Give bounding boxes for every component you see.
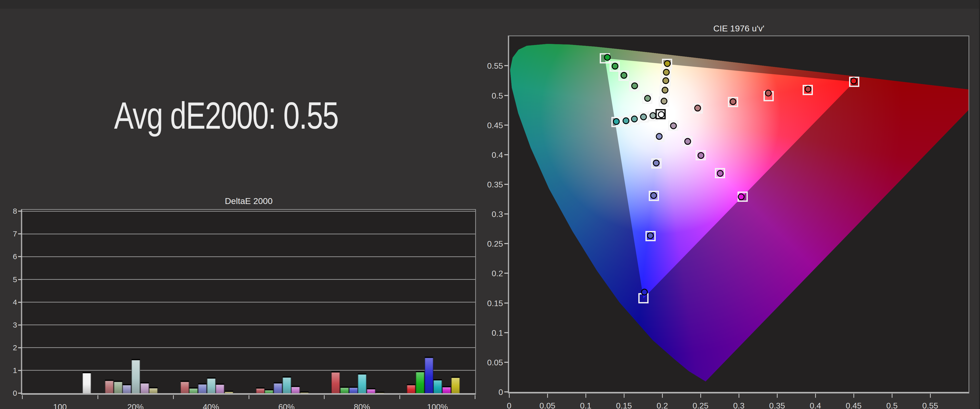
bar-chart-title: DeltaE 2000 xyxy=(22,196,475,206)
bar-red xyxy=(180,381,189,393)
cie-measured-dot-yellow-80% xyxy=(663,70,669,75)
bar-red xyxy=(256,387,265,393)
cie-x-tick-label: 0.55 xyxy=(915,402,945,409)
bar-yellow xyxy=(149,387,158,393)
cie-measured-dot-blue-80% xyxy=(648,232,653,239)
bar-yellow xyxy=(375,391,384,393)
bar-y-tick-label: 8 xyxy=(4,207,17,215)
cie-y-tick xyxy=(504,184,508,185)
bar-magenta xyxy=(367,388,375,393)
cie-x-tick-label: 0.45 xyxy=(838,402,869,409)
bar-y-tick-label: 0 xyxy=(4,389,17,397)
cie-measured-dot-cyan-40% xyxy=(641,114,646,120)
cie-measured-dot-green-40% xyxy=(632,83,638,89)
cie-x-tick xyxy=(738,394,739,398)
bar-blue xyxy=(198,383,207,393)
cie-x-tick-label: 0.3 xyxy=(724,402,754,409)
cie-measured-dot-cyan-80% xyxy=(623,118,629,124)
cie-x-tick-label: 0.05 xyxy=(532,402,563,409)
bar-gridline xyxy=(22,302,475,302)
bar-cyan xyxy=(207,377,216,393)
cie-x-tick xyxy=(547,394,548,398)
cie-measured-dot-yellow-100% xyxy=(664,60,670,66)
cie-x-tick-label: 0.1 xyxy=(570,402,601,409)
cie-y-tick-label: 0.25 xyxy=(468,240,503,248)
bar-gridline xyxy=(22,370,475,371)
cie-x-tick xyxy=(777,394,778,398)
cie-y-tick-label: 0 xyxy=(468,388,503,396)
bar-y-tick-label: 5 xyxy=(4,276,17,283)
cie-y-tick xyxy=(504,362,508,363)
bar-x-boundary-tick xyxy=(248,395,249,399)
cie-y-tick-label: 0.35 xyxy=(468,180,503,189)
cie-y-tick xyxy=(504,273,508,274)
cie-y-tick xyxy=(504,154,508,155)
cie-measured-dot-magenta-80% xyxy=(718,170,723,177)
bar-y-tick xyxy=(18,279,22,280)
bar-y-tick xyxy=(18,256,22,257)
calibration-report: { "app": { "background": "#333131", "plo… xyxy=(0,0,980,409)
cie-y-tick xyxy=(504,213,508,215)
bar-yellow xyxy=(300,391,309,393)
bar-x-category-label: 100 xyxy=(22,403,98,409)
bar-cyan xyxy=(433,379,442,393)
cie-x-tick xyxy=(509,394,510,398)
cie-measured-dot-red-60% xyxy=(765,90,771,96)
bar-red xyxy=(105,380,114,393)
cie-y-tick xyxy=(504,243,508,244)
avg-de2000-summary: Avg dE2000: 0.55 xyxy=(114,95,338,137)
bar-red xyxy=(407,384,415,393)
bar-y-tick xyxy=(18,325,22,326)
bar-y-tick xyxy=(18,370,22,371)
bar-y-tick xyxy=(18,302,22,303)
cie-measured-dot-cyan-20% xyxy=(650,113,656,118)
bar-green xyxy=(416,371,425,393)
cie-measured-dot-magenta-20% xyxy=(670,123,676,129)
bar-y-tick-label: 3 xyxy=(4,321,17,329)
cie-measured-dot-green-80% xyxy=(612,63,618,69)
bar-y-tick-label: 6 xyxy=(4,253,17,260)
cie-x-tick-label: 0.5 xyxy=(877,402,907,409)
cie-measured-dot-magenta-60% xyxy=(698,153,704,158)
cie-measured-dot-green-20% xyxy=(645,95,651,101)
bar-y-tick xyxy=(18,233,22,234)
cie-x-tick-label: 0.4 xyxy=(800,402,831,409)
cie-x-tick xyxy=(930,394,931,398)
bar-y-tick xyxy=(18,393,22,394)
cie-measured-dot-cyan-100% xyxy=(614,119,619,124)
cie-x-tick xyxy=(815,394,816,398)
cie-y-tick-label: 0.05 xyxy=(468,358,503,367)
bar-x-boundary-tick xyxy=(173,395,174,399)
bar-cyan xyxy=(358,373,366,393)
cie-measured-dot-magenta-40% xyxy=(685,138,690,144)
bar-cyan xyxy=(283,376,291,393)
cie-y-tick xyxy=(504,302,508,304)
screen-right-edge xyxy=(979,0,980,409)
bar-red xyxy=(331,371,340,393)
bar-blue xyxy=(274,382,282,393)
bar-x-category-label: 40% xyxy=(173,403,249,409)
bar-y-tick-label: 4 xyxy=(4,298,17,306)
bar-green xyxy=(114,381,123,393)
bar-y-tick xyxy=(18,211,22,212)
bar-yellow xyxy=(451,377,460,393)
cie-chart-title: CIE 1976 u'v' xyxy=(509,24,969,33)
cie-y-tick-label: 0.3 xyxy=(468,210,503,218)
cie-measured-dot-yellow-20% xyxy=(661,98,667,104)
cie-x-tick-label: 0.35 xyxy=(762,402,792,409)
bar-x-boundary-tick xyxy=(324,395,325,399)
cie-y-tick-label: 0.2 xyxy=(468,269,503,277)
bar-yellow xyxy=(224,391,233,393)
cie-y-tick xyxy=(504,65,508,66)
bar-green xyxy=(189,387,198,393)
cie-x-tick-label: 0.15 xyxy=(609,402,639,409)
cie-measured-dot-red-20% xyxy=(695,105,700,111)
bar-gridline xyxy=(22,211,475,212)
cie-measured-dot-blue-20% xyxy=(656,134,662,139)
cie-y-tick xyxy=(504,391,508,392)
cie-x-tick xyxy=(892,394,892,398)
cie-y-tick-label: 0.55 xyxy=(468,62,503,70)
outside-gamut-dim-overlay xyxy=(510,44,969,382)
bar-magenta xyxy=(140,382,149,393)
bar-x-category-label: 20% xyxy=(98,403,173,409)
